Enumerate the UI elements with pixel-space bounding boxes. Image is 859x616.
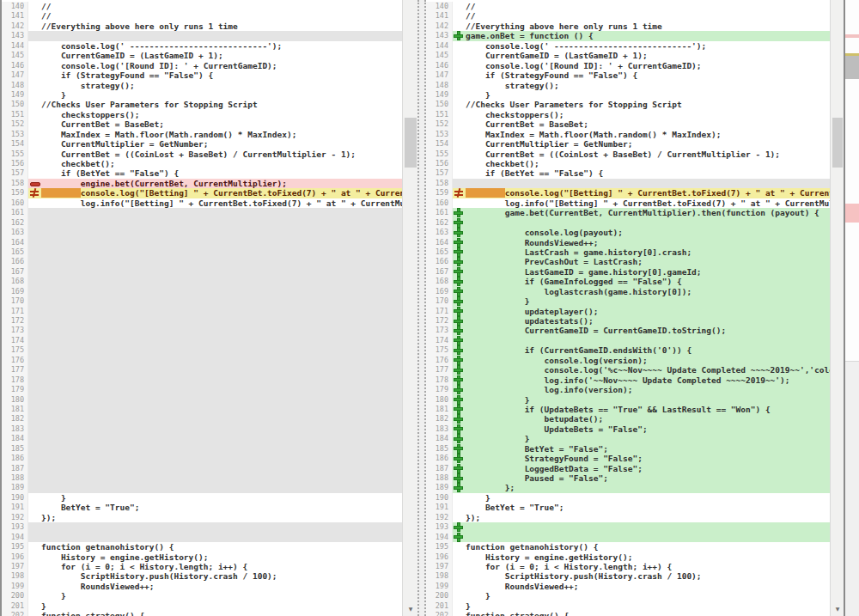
code-text: engine.bet(CurrentBet, CurrentMultiplier… (41, 179, 402, 188)
line-number: 178 (426, 375, 453, 385)
code-line: 184 (2, 434, 402, 443)
added-line-icon (454, 346, 462, 354)
left-vertical-scrollbar[interactable]: ▼ (402, 0, 418, 616)
diff-compare-window: 140//141//142//Everything above here onl… (0, 0, 859, 616)
diff-icon-gutter (28, 100, 41, 109)
code-line: 182 (2, 414, 402, 424)
code-line: 166 (2, 257, 402, 266)
code-line: 143game.onBet = function () { (426, 31, 830, 40)
diff-icon-gutter (453, 41, 466, 51)
diff-icon-gutter (28, 21, 41, 31)
line-number: 194 (426, 533, 453, 542)
code-text: if (BetYet == "False") { (41, 168, 402, 178)
line-number: 142 (426, 21, 453, 31)
pane-splitter[interactable] (417, 0, 426, 616)
right-code-lines: 140//141//142//Everything above here onl… (426, 0, 830, 616)
changed-indent-segment (466, 188, 505, 198)
line-number: 198 (2, 571, 28, 581)
code-line: 186 StrategyFound = "False"; (426, 454, 830, 463)
diff-icon-gutter (28, 61, 41, 70)
diff-icon-gutter (28, 159, 41, 168)
diff-removed-mark (845, 34, 859, 38)
code-text: CurrentMultiplier = GetNumber; (41, 139, 402, 149)
line-number: 181 (426, 405, 453, 414)
code-line: 197 for (i = 0; i < History.length; i++)… (426, 562, 830, 571)
code-line: 201} (2, 601, 402, 611)
added-line-icon (454, 308, 462, 315)
line-number: 169 (426, 287, 453, 296)
left-scrollbar-thumb[interactable] (405, 118, 417, 168)
left-scroll-down-button[interactable]: ▼ (403, 601, 418, 616)
code-line: 193 (426, 522, 830, 532)
line-number: 153 (426, 130, 453, 139)
diff-icon-gutter (453, 110, 466, 119)
code-text: if (StrategyFound == "False") { (466, 70, 830, 80)
diff-icon-gutter (453, 90, 466, 100)
line-number: 150 (2, 100, 28, 109)
code-line: 158 (426, 179, 830, 188)
diff-icon-gutter (453, 591, 466, 601)
line-number: 198 (426, 571, 453, 581)
diff-icon-gutter (28, 70, 41, 80)
line-number: 188 (426, 473, 453, 483)
line-number: 154 (2, 139, 28, 149)
code-text: //Checks User Parameters for Stopping Sc… (41, 100, 402, 109)
code-text: CurrentBet = ((CoinLost + BaseBet) / Cur… (41, 149, 402, 159)
line-number: 161 (426, 208, 453, 217)
diff-icon-gutter (28, 405, 41, 414)
added-line-icon (454, 357, 462, 364)
line-number: 144 (426, 41, 453, 51)
code-line: 198 ScriptHistory.push(History.crash / 1… (426, 571, 830, 581)
code-text: ScriptHistory.push(History.crash / 100); (41, 571, 402, 581)
diff-icon-gutter (28, 139, 41, 149)
line-number: 185 (2, 444, 28, 454)
diff-icon-gutter (453, 257, 466, 266)
right-file-pane[interactable]: 140//141//142//Everything above here onl… (426, 0, 830, 616)
code-line: 145 CurrentGameID = (LastGameID + 1); (426, 51, 830, 60)
code-line: 154 CurrentMultiplier = GetNumber; (426, 139, 830, 149)
diff-icon-gutter (28, 81, 41, 90)
line-number: 163 (2, 228, 28, 237)
added-line-icon (454, 386, 462, 393)
added-line-icon (454, 454, 462, 462)
line-number: 193 (2, 522, 28, 532)
line-number: 197 (426, 562, 453, 571)
added-line-icon (454, 415, 462, 423)
code-line: 147 if (StrategyFound == "False") { (426, 70, 830, 80)
right-scroll-down-button[interactable]: ▼ (831, 601, 844, 616)
code-text: } (466, 493, 830, 503)
code-line: 140// (2, 2, 402, 11)
code-line: 186 (2, 454, 402, 463)
line-number: 191 (2, 503, 28, 512)
right-vertical-scrollbar[interactable]: ▼ (830, 0, 844, 616)
code-line: 192}); (2, 513, 402, 522)
code-text: BetYet = "True"; (41, 503, 402, 512)
code-line: 143 (2, 31, 402, 40)
code-text (41, 326, 402, 335)
diff-location-minimap[interactable] (845, 0, 859, 616)
diff-icon-gutter (28, 522, 41, 532)
left-file-pane[interactable]: 140//141//142//Everything above here onl… (2, 0, 402, 616)
line-number: 173 (2, 326, 28, 335)
code-line: 159 console.log("[Betting] " + CurrentBe… (426, 188, 830, 198)
line-number: 176 (2, 356, 28, 365)
code-text: RoundsViewed++; (466, 238, 830, 247)
line-number: 158 (426, 179, 453, 188)
code-text: checkbet(); (41, 159, 402, 168)
diff-icon-gutter (453, 444, 466, 454)
code-text: game.bet(CurrentBet, CurrentMultiplier).… (466, 208, 830, 217)
code-text (466, 218, 830, 228)
line-number: 142 (2, 21, 28, 31)
code-text: LastCrash = game.history[0].crash; (466, 247, 830, 257)
right-scrollbar-thumb[interactable] (832, 118, 843, 168)
code-text (41, 464, 402, 473)
added-line-icon (454, 32, 462, 40)
diff-icon-gutter (453, 454, 466, 463)
code-line: 171 (2, 307, 402, 316)
code-text: if (CurrentGameID.endsWith('0')) { (466, 345, 830, 355)
diff-icon-gutter (453, 2, 466, 11)
code-text: strategy(); (466, 81, 830, 90)
line-number: 174 (2, 336, 28, 345)
code-line: 202function strategy() { (2, 611, 402, 616)
added-line-icon (454, 474, 462, 482)
